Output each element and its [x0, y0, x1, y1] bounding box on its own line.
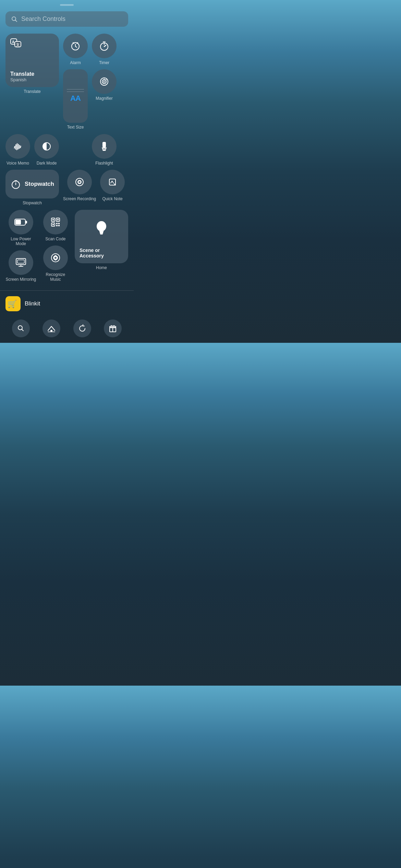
lowpower-cell: Low Power Mode: [5, 210, 36, 246]
search-bar[interactable]: Search Controls: [5, 11, 128, 27]
quicknote-label: Quick Note: [102, 196, 122, 201]
tab-search[interactable]: [12, 320, 30, 337]
tab-indicator[interactable]: [42, 320, 60, 337]
magnifier-button[interactable]: [92, 69, 117, 94]
timer-button[interactable]: [92, 34, 117, 58]
home-sublabel: Scene or Accessory: [80, 248, 123, 258]
svg-rect-54: [58, 223, 60, 224]
translate-tile-text: Translate Spanish: [10, 71, 54, 82]
screenmirror-cell: Screen Mirroring: [5, 250, 36, 282]
textsize-line1: [67, 89, 84, 89]
svg-point-58: [54, 257, 57, 259]
timer-label: Timer: [99, 60, 109, 65]
translate-icons: A 文: [10, 38, 54, 48]
textsize-cell: AA Text Size: [63, 69, 88, 130]
alarm-label: Alarm: [70, 60, 81, 65]
svg-rect-42: [25, 221, 27, 224]
bottom-bar: 🛒 Blinkit: [0, 290, 134, 343]
mid-col-row4: Scan Code Recognize Music: [40, 210, 71, 282]
row-2: Voice Memo Dark Mode: [5, 134, 128, 166]
svg-line-1: [15, 20, 17, 22]
tab-indicator-icon: [42, 320, 60, 337]
translate-tile[interactable]: A 文 Translate Spanish: [5, 34, 59, 87]
scancode-button[interactable]: [43, 210, 68, 234]
stopwatch-inside-label: Stopwatch: [25, 181, 54, 188]
row-3: Stopwatch Stopwatch Screen Recording: [5, 170, 128, 205]
svg-rect-51: [57, 219, 59, 220]
svg-line-8: [75, 46, 77, 47]
svg-line-22: [17, 144, 17, 150]
voicememo-cell: Voice Memo: [5, 134, 30, 166]
recognizemusic-label: Recognize Music: [40, 272, 71, 282]
svg-text:文: 文: [16, 43, 20, 47]
blinkit-name: Blinkit: [25, 300, 40, 307]
scancode-label: Scan Code: [45, 237, 65, 241]
svg-rect-55: [56, 225, 58, 226]
svg-marker-28: [102, 147, 107, 151]
textsize-line2: [67, 92, 84, 92]
recognizemusic-button[interactable]: [43, 245, 68, 270]
svg-point-37: [78, 181, 81, 183]
left-col-row4: Low Power Mode Screen Mirroring: [5, 210, 36, 282]
row-1: A 文 Translate Spanish Translate: [5, 34, 128, 130]
svg-point-16: [102, 80, 106, 84]
tab-gift[interactable]: [104, 320, 122, 337]
svg-line-24: [19, 145, 20, 148]
screenrecording-button[interactable]: [67, 170, 92, 194]
stopwatch-label: Stopwatch: [23, 201, 42, 205]
home-tile-labels: Scene or Accessory: [80, 248, 123, 258]
flashlight-button[interactable]: [92, 134, 117, 159]
alarm-button[interactable]: [63, 34, 88, 58]
magnifier-label: Magnifier: [96, 96, 112, 101]
home-cell: Scene or Accessory Home: [75, 210, 128, 270]
blinkit-icon: 🛒: [5, 296, 21, 311]
lowpower-button[interactable]: [9, 210, 33, 234]
svg-line-20: [14, 146, 15, 148]
lowpower-label: Low Power Mode: [5, 237, 36, 246]
svg-text:A: A: [12, 40, 14, 44]
alarm-cell: Alarm: [63, 34, 88, 65]
home-bulb-icon: [94, 219, 109, 238]
tab-bar: [5, 317, 128, 343]
screenmirror-label: Screen Mirroring: [5, 277, 36, 282]
textsize-magnifier-row: AA Text Size: [63, 69, 128, 130]
svg-line-25: [21, 146, 21, 148]
svg-rect-56: [58, 225, 60, 226]
alarm-timer-group: Alarm Timer: [63, 34, 128, 130]
tab-refresh[interactable]: [73, 320, 91, 337]
darkmode-button[interactable]: [34, 134, 59, 159]
row-4: Low Power Mode Screen Mirroring: [5, 210, 128, 282]
screenrecording-label: Screen Recording: [63, 196, 96, 201]
home-label: Home: [96, 265, 107, 270]
svg-rect-60: [99, 231, 104, 232]
search-placeholder: Search Controls: [21, 15, 65, 23]
flashlight-cell: Flashlight: [92, 134, 117, 166]
textsize-aa: AA: [70, 94, 81, 103]
screenrecording-cell: Screen Recording: [63, 170, 96, 201]
voicememo-button[interactable]: [5, 134, 30, 159]
textsize-button[interactable]: AA: [63, 69, 88, 123]
timer-cell: Timer: [92, 34, 117, 65]
svg-point-59: [97, 221, 106, 231]
translate-cell: A 文 Translate Spanish Translate: [5, 34, 59, 94]
quicknote-button[interactable]: [100, 170, 125, 194]
magnifier-cell: Magnifier: [92, 69, 117, 130]
stopwatch-button[interactable]: Stopwatch: [5, 170, 59, 198]
phone-container: Search Controls A 文 Translate: [0, 0, 134, 343]
recognizemusic-cell: Recognize Music: [40, 245, 71, 282]
svg-point-18: [104, 81, 105, 83]
scancode-cell: Scan Code: [40, 210, 71, 241]
home-button[interactable]: Scene or Accessory: [75, 210, 128, 263]
screenmirror-button[interactable]: [9, 250, 33, 275]
svg-rect-53: [56, 223, 58, 224]
svg-point-67: [50, 330, 52, 332]
svg-rect-41: [15, 220, 21, 225]
drag-handle: [60, 4, 74, 6]
tab-gift-icon: [104, 320, 122, 337]
svg-line-13: [104, 45, 106, 47]
svg-rect-44: [17, 260, 24, 263]
svg-line-21: [16, 145, 16, 149]
darkmode-label: Dark Mode: [37, 161, 57, 166]
translate-label: Translate: [24, 89, 41, 94]
svg-line-23: [18, 144, 19, 149]
